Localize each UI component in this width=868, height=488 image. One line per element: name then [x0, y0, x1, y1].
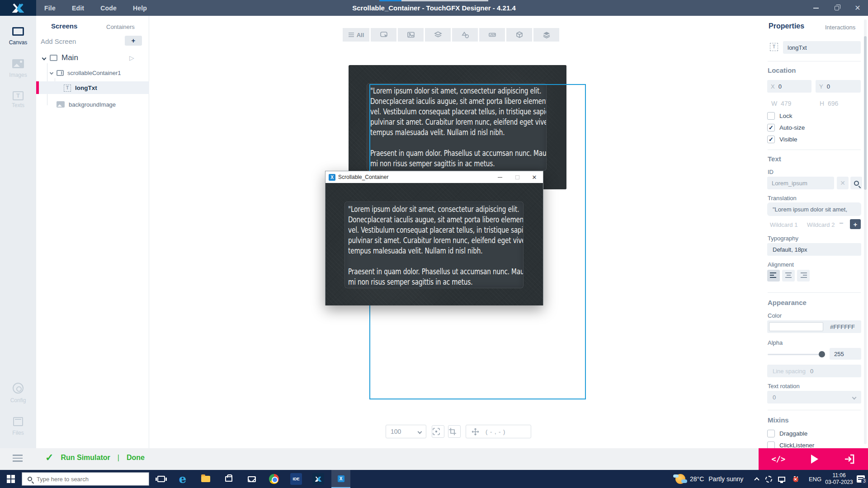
- remove-wildcard-button[interactable]: −: [839, 219, 843, 227]
- align-right-button[interactable]: [797, 270, 810, 282]
- hamburger-icon[interactable]: [13, 455, 23, 464]
- text-rotation-dropdown[interactable]: 0: [767, 391, 861, 404]
- filter-3d-button[interactable]: [506, 28, 532, 42]
- notification-center-button[interactable]: 3: [854, 470, 868, 488]
- alpha-input[interactable]: [834, 351, 857, 357]
- typography-dropdown[interactable]: Default, 18px: [767, 243, 861, 256]
- file-explorer-button[interactable]: [196, 470, 216, 488]
- tray-touch-keyboard[interactable]: [762, 470, 775, 488]
- tab-containers[interactable]: Containers: [106, 23, 135, 30]
- add-wildcard-button[interactable]: +: [850, 219, 861, 229]
- tab-screens[interactable]: Screens: [51, 22, 77, 30]
- translation-box[interactable]: "Lorem ipsum dolor sit amet, consectetur…: [767, 202, 861, 216]
- simulator-display[interactable]: "Lorem ipsum dolor sit amet, consectetur…: [326, 183, 543, 305]
- visible-checkbox[interactable]: [767, 136, 775, 143]
- chevron-down-icon[interactable]: [42, 56, 47, 60]
- menu-file[interactable]: File: [36, 0, 64, 16]
- filter-gesture-button[interactable]: [371, 28, 396, 42]
- search-id-button[interactable]: [850, 177, 862, 189]
- color-field[interactable]: #FFFFFF: [767, 320, 861, 333]
- x-input[interactable]: [778, 83, 811, 90]
- tray-network[interactable]: [775, 470, 788, 488]
- tree-item-longtxt[interactable]: T longTxt: [64, 84, 97, 92]
- draggable-row[interactable]: Draggable: [767, 430, 807, 437]
- simulator-maximize-button[interactable]: [509, 171, 526, 183]
- chevron-down-icon[interactable]: [50, 71, 53, 75]
- alpha-slider-track[interactable]: [768, 354, 825, 355]
- color-swatch[interactable]: [769, 322, 823, 331]
- wildcard1-tab[interactable]: Wildcard 1: [770, 221, 797, 228]
- run-target-button[interactable]: [844, 454, 855, 464]
- generate-code-button[interactable]: </>: [772, 455, 786, 464]
- sidebar-item-texts[interactable]: T Texts: [0, 91, 36, 108]
- text-id-input[interactable]: [772, 180, 830, 187]
- run-simulator-button[interactable]: [811, 455, 818, 464]
- simulator-minimize-button[interactable]: [491, 171, 509, 183]
- filter-images-button[interactable]: [398, 28, 424, 42]
- touchgfx-button[interactable]: [308, 470, 328, 488]
- menu-code[interactable]: Code: [92, 0, 125, 16]
- widget-name-field[interactable]: [783, 41, 861, 54]
- minimize-button[interactable]: [806, 0, 826, 16]
- align-center-button[interactable]: [782, 270, 795, 282]
- alpha-slider-thumb[interactable]: [819, 351, 825, 357]
- tab-properties[interactable]: Properties: [769, 22, 804, 30]
- tree-item-main[interactable]: Main: [42, 53, 78, 63]
- add-screen-button[interactable]: +: [125, 36, 142, 46]
- close-button[interactable]: [847, 0, 868, 16]
- clock[interactable]: 11:06 03-07-2023: [825, 470, 854, 488]
- run-screen-icon[interactable]: [129, 53, 134, 63]
- clear-id-button[interactable]: [837, 177, 849, 189]
- tray-expand-button[interactable]: [751, 470, 762, 488]
- filter-shapes-button[interactable]: [452, 28, 478, 42]
- tree-item-background-image[interactable]: backgroundImage: [57, 101, 116, 108]
- alpha-field[interactable]: [830, 348, 861, 360]
- visible-row[interactable]: Visible: [767, 136, 797, 143]
- autosize-row[interactable]: Auto-size: [767, 124, 805, 131]
- filter-progress-button[interactable]: [479, 28, 505, 42]
- tab-interactions[interactable]: Interactions: [825, 24, 855, 31]
- design-canvas[interactable]: All: [149, 16, 764, 448]
- run-simulator-status[interactable]: Run Simulator: [61, 454, 110, 462]
- menu-help[interactable]: Help: [125, 0, 155, 16]
- zoom-dropdown[interactable]: 100: [386, 425, 426, 438]
- wildcard2-tab[interactable]: Wildcard 2: [807, 221, 835, 228]
- ide-button[interactable]: IDE: [286, 470, 306, 488]
- sidebar-item-images[interactable]: Images: [0, 59, 36, 78]
- simulator-titlebar[interactable]: X Scrollable_Container: [326, 171, 543, 183]
- sidebar-item-canvas[interactable]: Canvas: [0, 27, 36, 46]
- text-id-field[interactable]: [767, 177, 834, 189]
- edge-button[interactable]: e: [173, 470, 193, 488]
- properties-scrollbar-thumb[interactable]: [864, 36, 867, 190]
- filter-all-button[interactable]: All: [343, 28, 369, 42]
- filter-containers-button[interactable]: [425, 28, 451, 42]
- widget-name-input[interactable]: [788, 44, 856, 51]
- simulator-close-button[interactable]: [526, 171, 543, 183]
- touchgfx-logo[interactable]: [0, 0, 36, 16]
- mail-button[interactable]: [242, 470, 262, 488]
- filter-misc-button[interactable]: [533, 28, 559, 42]
- store-button[interactable]: [219, 470, 239, 488]
- fit-to-screen-button[interactable]: [432, 425, 444, 438]
- search-input[interactable]: [37, 476, 136, 483]
- task-view-button[interactable]: [151, 470, 171, 488]
- draggable-checkbox[interactable]: [767, 430, 775, 437]
- align-left-button[interactable]: [767, 270, 780, 282]
- menu-edit[interactable]: Edit: [64, 0, 92, 16]
- x-field[interactable]: X: [767, 80, 811, 93]
- y-field[interactable]: Y: [816, 80, 861, 93]
- lock-checkbox[interactable]: [767, 112, 775, 120]
- lock-row[interactable]: Lock: [767, 112, 793, 120]
- weather-widget[interactable]: 28°C Partly sunny: [675, 470, 752, 488]
- taskbar-search[interactable]: [22, 472, 149, 486]
- y-input[interactable]: [827, 83, 861, 90]
- language-indicator[interactable]: ENG: [806, 470, 825, 488]
- sidebar-item-files[interactable]: Files: [0, 417, 36, 436]
- crop-button[interactable]: [448, 425, 461, 438]
- tray-volume[interactable]: ✕: [788, 470, 803, 488]
- simulator-taskbar-button[interactable]: X: [331, 470, 350, 488]
- restore-button[interactable]: [826, 0, 847, 16]
- chrome-button[interactable]: [264, 470, 284, 488]
- sidebar-item-config[interactable]: Config: [0, 383, 36, 404]
- autosize-checkbox[interactable]: [767, 124, 775, 131]
